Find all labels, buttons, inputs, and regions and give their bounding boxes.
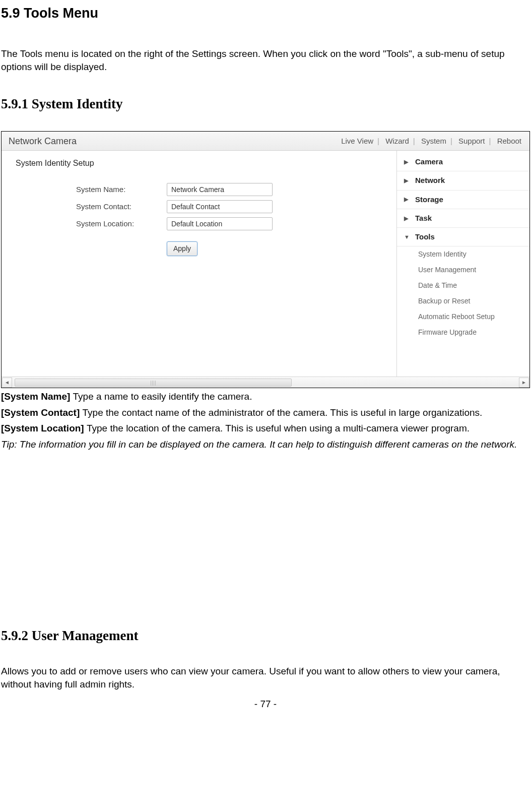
system-contact-label: System Contact: [76, 202, 167, 212]
nav-reboot[interactable]: Reboot [497, 137, 521, 145]
system-location-input[interactable] [167, 217, 273, 230]
sidebar-item-network[interactable]: ▶Network [397, 171, 529, 190]
system-name-input[interactable] [167, 183, 273, 196]
scroll-track[interactable] [14, 378, 517, 388]
user-management-paragraph: Allows you to add or remove users who ca… [1, 665, 530, 691]
apply-button[interactable]: Apply [167, 241, 197, 256]
sidebar-item-storage[interactable]: ▶Storage [397, 191, 529, 209]
app-title: Network Camera [9, 135, 77, 147]
sidebar-item-task[interactable]: ▶Task [397, 209, 529, 228]
sidebar-sub-system-identity[interactable]: System Identity [397, 246, 529, 262]
system-identity-screenshot: Network Camera Live View| Wizard| System… [1, 131, 530, 388]
scroll-right-icon[interactable]: ► [519, 378, 529, 388]
nav-support[interactable]: Support [458, 137, 485, 145]
page-number: - 77 - [1, 698, 530, 711]
sidebar-sub-user-management[interactable]: User Management [397, 262, 529, 278]
app-header: Network Camera Live View| Wizard| System… [2, 132, 529, 151]
nav-system[interactable]: System [421, 137, 446, 145]
sidebar: ▶Camera ▶Network ▶Storage ▶Task ▼Tools S… [396, 151, 529, 377]
chevron-right-icon: ▶ [404, 196, 410, 203]
sidebar-sub-backup-reset[interactable]: Backup or Reset [397, 293, 529, 309]
sidebar-sub-date-time[interactable]: Date & Time [397, 278, 529, 293]
desc-system-name: [System Name] Type a name to easily iden… [1, 390, 530, 403]
horizontal-scrollbar[interactable]: ◄ ► [2, 377, 529, 388]
intro-paragraph: The Tools menu is located on the right o… [1, 47, 530, 73]
subsection-heading-identity: 5.9.1 System Identity [1, 95, 530, 113]
chevron-right-icon: ▶ [404, 158, 410, 166]
nav-live-view[interactable]: Live View [341, 137, 373, 145]
system-name-label: System Name: [76, 184, 167, 195]
section-heading: 5.9 Tools Menu [1, 4, 530, 22]
tip-text: Tip: The information you fill in can be … [1, 438, 530, 451]
sidebar-sub-firmware-upgrade[interactable]: Firmware Upgrade [397, 325, 529, 340]
sidebar-sub-auto-reboot[interactable]: Automatic Reboot Setup [397, 309, 529, 325]
sidebar-item-tools[interactable]: ▼Tools [397, 228, 529, 246]
chevron-right-icon: ▶ [404, 215, 410, 222]
system-contact-input[interactable] [167, 200, 273, 213]
chevron-right-icon: ▶ [404, 177, 410, 184]
chevron-down-icon: ▼ [404, 233, 410, 241]
system-location-label: System Location: [76, 219, 167, 229]
desc-system-contact: [System Contact] Type the contact name o… [1, 406, 530, 419]
nav-wizard[interactable]: Wizard [385, 137, 409, 145]
header-nav: Live View| Wizard| System| Support| Rebo… [341, 136, 521, 146]
panel-title: System Identity Setup [16, 158, 390, 169]
scroll-left-icon[interactable]: ◄ [2, 378, 12, 388]
subsection-heading-user-mgmt: 5.9.2 User Management [1, 627, 530, 645]
main-panel: System Identity Setup System Name: Syste… [2, 151, 396, 377]
sidebar-item-camera[interactable]: ▶Camera [397, 153, 529, 171]
scroll-thumb[interactable] [15, 379, 292, 387]
desc-system-location: [System Location] Type the location of t… [1, 422, 530, 435]
